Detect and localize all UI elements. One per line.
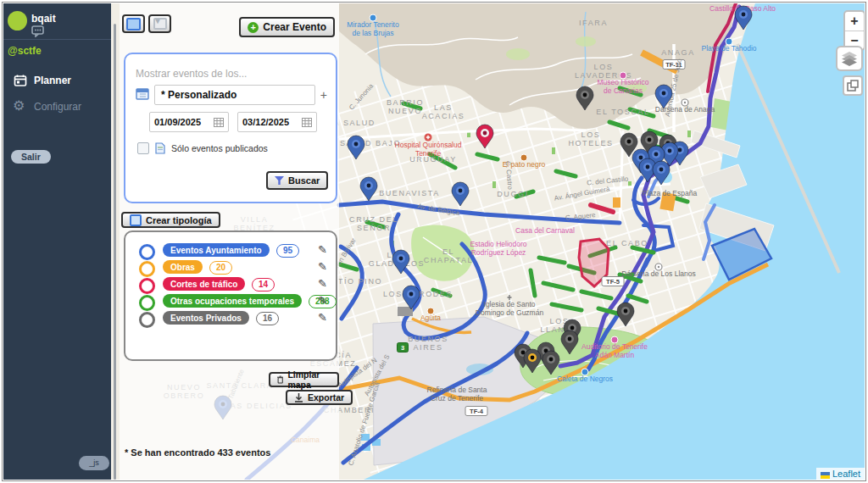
create-typology-label: Crear tipología	[146, 215, 212, 225]
poi-label: Playa de Tahodio	[701, 44, 756, 53]
search-label: Buscar	[288, 175, 320, 186]
district-label: IFARA	[579, 19, 608, 27]
sidebar-item-planner[interactable]: Planner	[3, 71, 111, 92]
svg-text:TF-4: TF-4	[470, 408, 484, 415]
add-preset-button[interactable]: +	[320, 88, 327, 102]
panel-toggle-button[interactable]	[122, 14, 145, 33]
typology-icon	[130, 214, 142, 226]
svg-text:TF-5: TF-5	[606, 278, 620, 286]
district-label: BUENOSAIRES	[408, 335, 448, 352]
typology-label-pill: Eventos Privados	[163, 311, 249, 325]
calendar-grid-icon	[214, 118, 224, 127]
avatar[interactable]	[8, 11, 27, 31]
panel-scrollbar[interactable]	[114, 24, 116, 480]
create-event-label: Crear Evento	[263, 21, 326, 33]
poi-label: Iglesia de SantoDomingo de Guzmán	[476, 300, 544, 317]
sidebar-item-label: Planner	[34, 75, 71, 86]
typology-toggle-circle[interactable]	[139, 312, 155, 328]
date-from-input[interactable]: 01/09/2025	[149, 112, 229, 132]
overlap-squares-control[interactable]	[843, 75, 863, 96]
typology-toggle-circle[interactable]	[139, 261, 155, 277]
published-only-label: Sólo eventos publicados	[171, 143, 268, 153]
edit-typology-button[interactable]: ✎	[318, 312, 327, 324]
district-label: BARRIONUEVO	[387, 98, 424, 115]
export-button[interactable]: Exportar	[286, 390, 353, 405]
export-label: Exportar	[308, 392, 344, 402]
typology-label-pill: Eventos Ayuntamiento	[163, 243, 270, 257]
control-overlay: + Crear Evento Mostrar eventos de los...…	[120, 3, 339, 480]
attribution-link[interactable]: Leaflet	[832, 469, 860, 479]
search-button[interactable]: Buscar	[266, 171, 328, 190]
edit-typology-button[interactable]: ✎	[318, 261, 327, 273]
create-typology-button[interactable]: Crear tipología	[121, 212, 220, 228]
district-label: BUENAVISTA	[379, 189, 440, 197]
filter-title: Mostrar eventos de los...	[136, 68, 247, 80]
typology-row: Obras20✎	[125, 259, 336, 276]
calendar-icon	[136, 87, 149, 103]
edit-typology-button[interactable]: ✎	[318, 295, 327, 307]
document-icon	[155, 142, 165, 154]
plus-icon: +	[248, 22, 259, 33]
collapse-toggle-button[interactable]	[148, 14, 171, 33]
poi-label: Museo Históricode Canarias	[598, 78, 649, 95]
collapse-icon	[153, 18, 167, 30]
district-label: EL CABO	[606, 239, 648, 247]
district-label: DUGGI	[497, 190, 529, 198]
typology-toggle-circle[interactable]	[139, 278, 155, 294]
poi-label: Refinería de SantaCruz de Tenerife	[427, 386, 487, 402]
edit-typology-button[interactable]: ✎	[318, 244, 327, 256]
edit-typology-button[interactable]: ✎	[318, 278, 327, 290]
sidebar: bqait @sctfe Planner ⚙	[3, 3, 111, 480]
typology-toggle-circle[interactable]	[139, 244, 155, 260]
poi-label: Caleta de Negros	[557, 375, 613, 383]
download-icon	[294, 393, 303, 402]
ukraine-flag-icon	[821, 470, 830, 477]
poi-label: Plaza de España	[643, 189, 698, 197]
sidebar-divider	[3, 39, 111, 40]
filter-panel: Mostrar eventos de los... * Personalizad…	[124, 53, 337, 203]
sidebar-item-label: Configurar	[34, 101, 81, 113]
user-handle: @sctfe	[8, 45, 42, 57]
district-label: EL TOSCAL	[596, 108, 649, 116]
sidebar-item-configurar[interactable]: ⚙ Configurar	[3, 97, 111, 118]
js-badge: _js	[79, 456, 109, 470]
date-to-input[interactable]: 03/12/2025	[237, 112, 317, 132]
road-shield: TF-5	[602, 277, 624, 286]
typology-count-badge: 20	[209, 261, 232, 275]
district-label: ANAGA	[661, 48, 695, 57]
layers-icon	[841, 51, 858, 66]
results-count-text: * Se han encontrado 433 eventos	[125, 447, 270, 458]
map-attribution: Leaflet	[816, 468, 865, 480]
district-label: TÍO PINO	[338, 277, 382, 286]
logout-button[interactable]: Salir	[11, 150, 51, 164]
clear-map-button[interactable]: Limpiar mapa	[269, 372, 339, 387]
overlap-squares-icon	[847, 80, 859, 92]
zoom-control: + −	[843, 10, 865, 51]
typology-row: Eventos Privados16✎	[125, 310, 336, 327]
layers-control[interactable]	[836, 46, 863, 71]
typology-legend-panel: Eventos Ayuntamiento95✎Obras20✎Cortes de…	[124, 230, 337, 361]
clear-map-label: Limpiar mapa	[287, 369, 331, 390]
orange-polygon-small	[613, 197, 620, 208]
zoom-in-button[interactable]: +	[845, 12, 864, 31]
typology-row: Otras ocupaciones temporales288✎	[125, 293, 336, 310]
preset-select[interactable]: * Personalizado	[154, 85, 315, 105]
create-event-button[interactable]: + Crear Evento	[239, 17, 335, 37]
app-frame: bqait @sctfe Planner ⚙	[2, 2, 866, 481]
typology-row: Eventos Ayuntamiento95✎	[125, 242, 336, 259]
typology-count-badge: 14	[252, 278, 275, 291]
typology-label-pill: Obras	[163, 260, 203, 274]
typology-count-badge: 95	[276, 244, 299, 258]
gear-icon: ⚙	[13, 97, 25, 114]
poi-label: Agüita	[420, 314, 441, 322]
date-from-value: 01/09/2025	[154, 117, 201, 127]
date-to-value: 03/12/2025	[242, 117, 289, 127]
calendar-icon	[14, 74, 27, 91]
typology-toggle-circle[interactable]	[139, 295, 155, 311]
road-shield: 3	[398, 343, 409, 353]
published-only-checkbox[interactable]	[137, 142, 149, 154]
typology-count-badge: 16	[256, 312, 279, 325]
calendar-grid-icon	[302, 118, 312, 127]
typology-label-pill: Cortes de tráfico	[163, 277, 245, 291]
poi-label: Estadio HeliodoroRodríguez López	[470, 240, 526, 257]
